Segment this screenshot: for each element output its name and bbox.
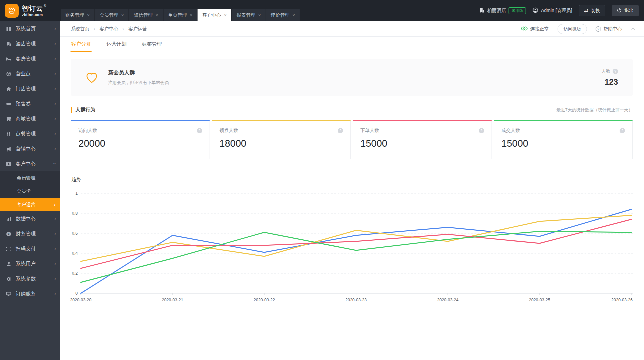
breadcrumb-item-0[interactable]: 系统首页 [71,26,89,32]
close-icon[interactable]: × [293,13,295,18]
tab-2[interactable]: 短信管理× [129,9,163,21]
help-tip-icon[interactable]: ? [613,69,618,74]
storefront-icon [6,116,12,122]
y-tick-label: 0.8 [72,211,78,216]
sidebar-item-8[interactable]: 营销中心› [0,141,60,156]
sidebar-item-label: 财务管理 [16,231,50,237]
sidebar-item-3[interactable]: 营业点› [0,66,60,81]
sidebar-item-5[interactable]: 预售券› [0,96,60,111]
help-tip-icon[interactable]: ? [338,128,343,133]
close-icon[interactable]: × [155,13,158,18]
sidebar-item-6[interactable]: 商城管理› [0,111,60,126]
switch-label: 切换 [591,8,600,14]
tab-label: 单页管理 [168,12,187,18]
breadcrumb-separator: › [94,26,95,31]
sidebar-item-0[interactable]: 系统首页› [0,21,60,36]
subtab-1[interactable]: 运营计划 [106,37,126,52]
chevron-right-icon: › [54,71,56,76]
help-tip-icon[interactable]: ? [197,128,202,133]
tab-label: 会员管理 [100,12,118,18]
sidebar-item-9[interactable]: 客户中心› [0,156,60,171]
stat-label: 领券人数 [220,128,238,134]
stat-card-1: 领券人数?18000 [212,120,351,159]
tab-4[interactable]: 客户中心× [198,9,231,21]
close-icon[interactable]: × [224,13,227,18]
sidebar-item-10[interactable]: 数据中心› [0,211,60,226]
sidebar-subitem-1[interactable]: 会员卡 [0,185,60,198]
sidebar-item-label: 数据中心 [16,216,50,222]
hotel-name: 柏丽酒店 [487,8,506,14]
breadcrumb-item-1[interactable]: 客户中心 [99,26,118,32]
subtab-2[interactable]: 标签管理 [142,37,162,52]
trend-chart: 00.20.40.60.812020-03-202020-03-212020-0… [71,187,633,303]
sidebar-item-15[interactable]: 订购服务› [0,286,60,301]
tab-label: 财务管理 [65,12,84,18]
visit-shop-button[interactable]: 访问微店 [558,24,587,34]
sidebar-item-11[interactable]: ¥财务管理› [0,226,60,241]
breadcrumb-bar: 系统首页›客户中心›客户运营 连接正常 访问微店 ? 帮助中心 [60,21,644,37]
collapse-chevron-icon[interactable] [631,28,635,30]
behavior-note: 最近7天的统计数据（统计截止前一天） [557,107,633,113]
sidebar-subitem-0[interactable]: 会员管理 [0,171,60,185]
breadcrumb-separator: › [122,26,124,31]
logout-button[interactable]: 退出 [612,5,639,16]
x-tick-label: 2020-03-25 [529,298,550,302]
tab-6[interactable]: 评价管理× [266,9,300,21]
sidebar-item-1[interactable]: 酒店管理› [0,36,60,51]
segment-desc: 注册会员，但还没有下单的会员 [108,80,602,86]
sidebar-item-label: 点餐管理 [16,131,50,137]
gear-icon [6,276,12,282]
user-group[interactable]: Admin [管理员] [533,7,572,14]
sidebar-item-2[interactable]: 客房管理› [0,51,60,66]
brand-domain: zidinn.com [22,13,46,17]
monitor-icon [6,291,12,297]
segment-card: 新会员人群 注册会员，但还没有下单的会员 人数 ? 123 [71,59,633,96]
breadcrumb-item-2[interactable]: 客户运营 [128,26,147,32]
sidebar-item-7[interactable]: 点餐管理› [0,126,60,141]
sidebar-item-label: 营销中心 [16,146,50,152]
main-content: 新会员人群 注册会员，但还没有下单的会员 人数 ? 123 人群行为 最近7天的… [60,52,644,360]
sidebar-subitem-2[interactable]: 客户运营› [0,198,60,211]
close-icon[interactable]: × [87,13,90,18]
x-tick-label: 2020-03-26 [611,298,633,302]
close-icon[interactable]: × [258,13,261,18]
sidebar-item-label: 订购服务 [16,291,50,297]
sidebar-item-13[interactable]: 系统用户› [0,256,60,271]
trend-section: 趋势 00.20.40.60.812020-03-202020-03-21202… [71,177,633,303]
x-tick-label: 2020-03-24 [437,298,458,302]
x-tick-label: 2020-03-22 [254,298,275,302]
grid-icon [6,26,12,32]
brand-registered-mark: ® [44,4,46,8]
logo[interactable]: 智订云 ® zidinn.com [0,0,60,21]
close-icon[interactable]: × [121,13,124,18]
sidebar-item-label: 预售券 [16,101,50,107]
chevron-right-icon: › [54,26,56,31]
chevron-down-icon: › [52,163,58,165]
y-tick-label: 0.4 [72,251,78,256]
sidebar-item-14[interactable]: 系统参数› [0,271,60,286]
close-icon[interactable]: × [190,13,193,18]
help-center[interactable]: ? 帮助中心 [596,26,622,32]
tab-1[interactable]: 会员管理× [95,9,129,21]
sidebar-item-label: 系统首页 [16,26,50,32]
switch-button[interactable]: ⇄ 切换 [579,5,605,16]
ticket-icon [6,101,12,107]
tab-0[interactable]: 财务管理× [61,9,94,21]
help-tip-icon[interactable]: ? [479,128,484,133]
sidebar-item-12[interactable]: 扫码支付› [0,241,60,256]
help-tip-icon[interactable]: ? [620,128,625,133]
sidebar-item-label: 营业点 [16,71,50,77]
tab-5[interactable]: 报表管理× [232,9,266,21]
chevron-right-icon: › [54,216,56,221]
topbar: 智订云 ® zidinn.com 财务管理×会员管理×短信管理×单页管理×客户中… [0,0,644,21]
sidebar-item-4[interactable]: 门店管理› [0,81,60,96]
tab-3[interactable]: 单页管理× [164,9,197,21]
sidebar-item-label: 客房管理 [16,56,50,62]
power-icon [617,8,622,14]
subtab-0[interactable]: 客户分群 [71,37,91,52]
topbar-right: 柏丽酒店 试用版 Admin [管理员] ⇄ 切换 退出 [471,0,644,21]
stat-value: 15000 [502,138,625,149]
user-name: Admin [管理员] [541,8,572,14]
sidebar-menu: 系统首页›酒店管理›客房管理›营业点›门店管理›预售券›商城管理›点餐管理›营销… [0,21,60,301]
sidebar-item-label: 酒店管理 [16,41,50,47]
